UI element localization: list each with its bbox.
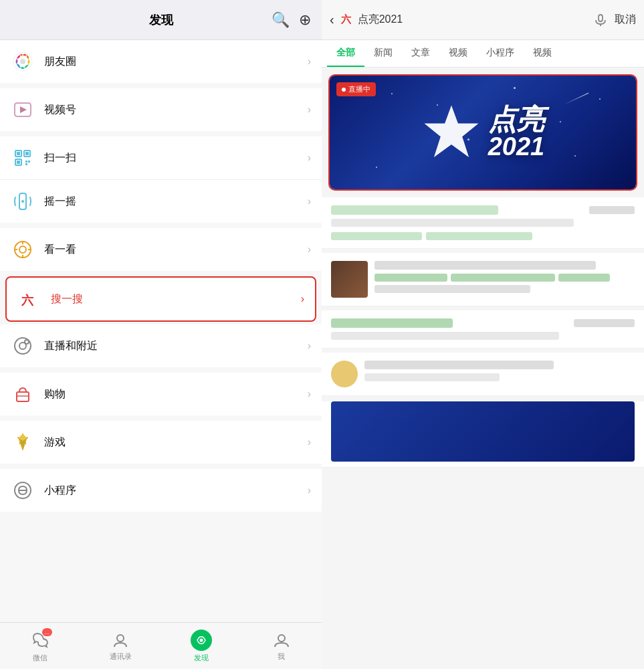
back-button[interactable]: ‹: [330, 12, 334, 27]
svg-point-34: [278, 635, 285, 642]
miniapp-chevron: ›: [308, 484, 311, 496]
svg-point-1: [20, 59, 25, 64]
search-sosou-icon: 六: [17, 287, 41, 311]
star-shape-icon: [421, 102, 481, 163]
live-badge: 直播中: [336, 82, 376, 96]
svg-rect-24: [17, 392, 29, 401]
menu-section-miniapp: 小程序 ›: [0, 469, 322, 512]
nav-label-me: 我: [278, 652, 285, 662]
live-banner-container[interactable]: 直播中 点亮 2021: [328, 74, 637, 191]
result-thumbnail: [331, 261, 368, 298]
cancel-button[interactable]: 取消: [615, 13, 636, 27]
result-avatar-4: [331, 361, 358, 387]
right-panel: ‹ 六 点亮2021 取消 全部 新闻 文章 视频 小程序 视频: [322, 0, 644, 669]
menu-item-channels[interactable]: 视频号 ›: [0, 88, 322, 131]
result-green-tags: [374, 274, 635, 282]
me-nav-icon: [272, 631, 291, 650]
tab-miniapp[interactable]: 小程序: [477, 40, 524, 67]
result-item-2[interactable]: [322, 253, 644, 306]
nav-item-discover[interactable]: 发现: [161, 630, 241, 663]
svg-marker-37: [424, 106, 478, 157]
wechat-badge-text: ...: [42, 628, 53, 636]
menu-section-nearby: 直播和附近 ›: [0, 324, 322, 367]
scan-icon: [11, 146, 35, 170]
menu-item-search[interactable]: 六 搜一搜 ›: [5, 276, 316, 322]
moments-icon: [11, 50, 35, 74]
scan-chevron: ›: [308, 152, 311, 164]
shop-label: 购物: [44, 387, 308, 401]
result-item-5[interactable]: [322, 401, 644, 468]
look-chevron: ›: [308, 244, 311, 256]
banner-main-text: 点亮: [488, 106, 545, 134]
add-icon[interactable]: ⊕: [299, 11, 311, 29]
live-dot: [342, 88, 346, 92]
channels-label: 视频号: [44, 103, 308, 117]
search-icon[interactable]: 🔍: [272, 11, 290, 29]
menu-section-channels: 视频号 ›: [0, 88, 322, 131]
nearby-label: 直播和附近: [44, 339, 308, 353]
svg-rect-5: [17, 152, 20, 155]
games-icon: [11, 430, 35, 454]
result-row-1a: [331, 205, 635, 215]
tab-news[interactable]: 新闻: [364, 40, 402, 67]
menu-item-games[interactable]: 游戏 ›: [0, 421, 322, 464]
page-title: 发现: [149, 12, 173, 28]
menu-item-miniapp[interactable]: 小程序 ›: [0, 469, 322, 512]
search-chevron: ›: [301, 293, 304, 305]
svg-rect-7: [17, 161, 20, 164]
menu-section-look: 看一看 ›: [0, 228, 322, 271]
look-label: 看一看: [44, 243, 308, 257]
tab-all[interactable]: 全部: [327, 40, 364, 67]
nav-label-wechat: 微信: [33, 653, 47, 663]
svg-text:六: 六: [21, 293, 34, 307]
menu-section-shop: 购物 ›: [0, 373, 322, 415]
result-section-5: [322, 401, 644, 468]
search-query-display[interactable]: 点亮2021: [358, 13, 586, 27]
result-content-4: [364, 361, 635, 381]
banner-text-block: 点亮 2021: [488, 106, 545, 159]
menu-item-look[interactable]: 看一看 ›: [0, 228, 322, 271]
result-section-4: [322, 353, 644, 396]
svg-rect-9: [28, 161, 30, 163]
svg-rect-35: [599, 15, 603, 21]
result-item-4[interactable]: [322, 353, 644, 396]
look-icon: [11, 237, 35, 262]
svg-point-33: [199, 638, 203, 642]
result-content-2: [374, 261, 635, 293]
mic-icon[interactable]: [593, 13, 608, 27]
result-tags-1: [331, 232, 635, 240]
menu-item-moments[interactable]: 朋友圈 ›: [0, 40, 322, 83]
results-area: 直播中 点亮 2021: [322, 68, 644, 669]
menu-item-shop[interactable]: 购物 ›: [0, 373, 322, 415]
nav-item-wechat[interactable]: ... 微信: [0, 630, 80, 663]
shop-chevron: ›: [308, 388, 311, 400]
header-icons: 🔍 ⊕: [272, 11, 311, 29]
result-section-3: [322, 310, 644, 349]
result-row-3a: [331, 318, 635, 328]
result-item-1[interactable]: [322, 197, 644, 249]
tab-video2[interactable]: 视频: [524, 40, 561, 67]
shake-icon: [11, 189, 35, 213]
scan-label: 扫一扫: [44, 151, 308, 165]
nav-item-me[interactable]: 我: [241, 631, 322, 662]
svg-point-14: [19, 246, 26, 253]
moments-label: 朋友圈: [44, 55, 308, 69]
menu-item-shake[interactable]: 摇一摇 ›: [0, 180, 322, 223]
tab-video[interactable]: 视频: [439, 40, 477, 67]
search-sosou-small-icon: 六: [341, 13, 351, 26]
result-blue-image: [331, 401, 635, 462]
wechat-badge-container: ...: [31, 630, 49, 651]
menu-item-nearby[interactable]: 直播和附近 ›: [0, 324, 322, 367]
result-item-3[interactable]: [322, 310, 644, 349]
result-sub-3: [331, 332, 559, 340]
menu-item-scan[interactable]: 扫一扫 ›: [0, 136, 322, 180]
miniapp-label: 小程序: [44, 484, 308, 498]
nav-item-contacts[interactable]: 通讯录: [80, 631, 160, 662]
right-header: ‹ 六 点亮2021 取消: [322, 0, 644, 40]
menu-section-search: 六 搜一搜 ›: [0, 276, 322, 322]
tab-article[interactable]: 文章: [402, 40, 439, 67]
left-panel: 发现 🔍 ⊕: [0, 0, 322, 669]
svg-point-12: [21, 200, 24, 203]
result-sub-1: [331, 219, 574, 227]
left-header: 发现 🔍 ⊕: [0, 0, 322, 40]
